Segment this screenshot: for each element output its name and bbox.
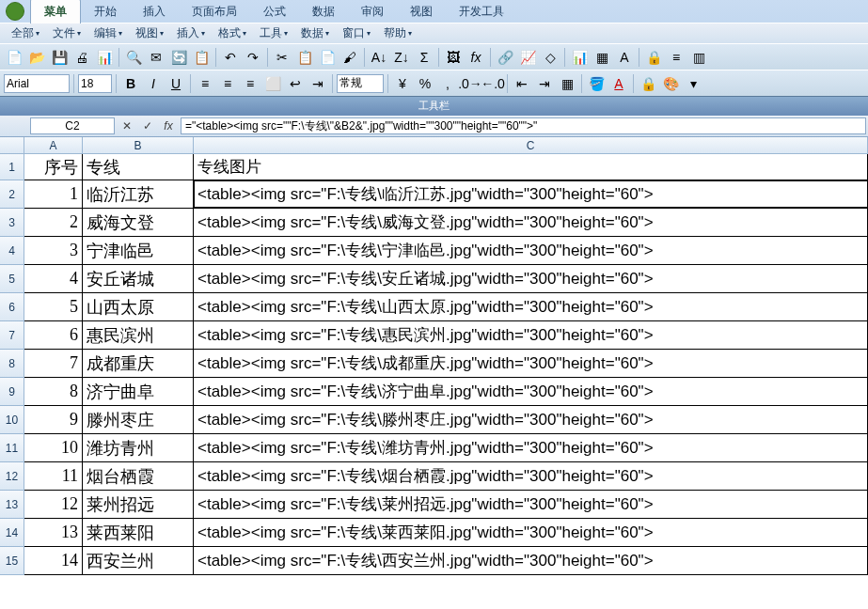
indent-icon[interactable]: ⇥: [308, 73, 328, 94]
cut-icon[interactable]: ✂: [272, 47, 292, 68]
bold-icon[interactable]: B: [120, 73, 141, 94]
cols-icon[interactable]: ▥: [688, 47, 709, 68]
inc-decimal-icon[interactable]: .0→: [460, 73, 481, 94]
chart-icon[interactable]: 📊: [569, 47, 590, 68]
align-right-icon[interactable]: ≡: [240, 73, 260, 94]
protect-icon[interactable]: 🔒: [643, 47, 664, 68]
cell[interactable]: 6: [24, 321, 83, 349]
cell[interactable]: 2: [24, 209, 83, 236]
row-header[interactable]: 15: [0, 547, 24, 575]
menu-edit[interactable]: 编辑▾: [88, 23, 128, 43]
row-header[interactable]: 3: [0, 209, 24, 237]
cell[interactable]: 烟台栖霞: [83, 462, 194, 490]
comma-icon[interactable]: ,: [437, 73, 458, 94]
indent-right-icon[interactable]: ⇥: [534, 73, 555, 94]
row-header[interactable]: 9: [0, 378, 24, 406]
rows-icon[interactable]: ≡: [666, 47, 687, 68]
menu-tools[interactable]: 工具▾: [254, 23, 293, 43]
cell[interactable]: 序号: [24, 154, 83, 180]
cell[interactable]: <table><img src="F:\专线\威海文登.jpg"width="3…: [194, 209, 868, 236]
cell[interactable]: 7: [24, 350, 83, 377]
cell[interactable]: <table><img src="F:\专线\西安兰州.jpg"width="3…: [194, 547, 868, 574]
cell[interactable]: <table><img src="F:\专线\成都重庆.jpg"width="3…: [194, 350, 868, 377]
save-icon[interactable]: 💾: [49, 47, 70, 68]
tab-view[interactable]: 视图: [397, 0, 446, 23]
tab-insert[interactable]: 插入: [130, 0, 179, 23]
row-header[interactable]: 13: [0, 491, 24, 519]
cell[interactable]: 8: [24, 378, 83, 405]
fx-button[interactable]: fx: [160, 117, 177, 134]
row-header[interactable]: 10: [0, 406, 24, 434]
print-icon[interactable]: 🖨: [71, 47, 92, 68]
select-all-corner[interactable]: [0, 137, 24, 153]
cell[interactable]: 成都重庆: [83, 350, 194, 377]
cell[interactable]: 10: [24, 434, 83, 461]
col-header-a[interactable]: A: [24, 137, 83, 153]
cell[interactable]: 11: [24, 462, 83, 490]
dec-decimal-icon[interactable]: ←.0: [482, 73, 503, 94]
row-header[interactable]: 8: [0, 350, 24, 378]
text-icon[interactable]: A: [614, 47, 635, 68]
cancel-icon[interactable]: ✕: [118, 117, 135, 134]
fx-icon[interactable]: fx: [466, 47, 486, 68]
row-header[interactable]: 5: [0, 265, 24, 293]
more-icon[interactable]: ▾: [683, 73, 703, 94]
row-header[interactable]: 12: [0, 462, 24, 491]
cell[interactable]: 5: [24, 293, 83, 320]
align-center-icon[interactable]: ≡: [217, 73, 238, 94]
export-icon[interactable]: 📊: [94, 47, 115, 68]
cell[interactable]: <table><img src="F:\专线\烟台栖霞.jpg"width="3…: [194, 462, 868, 490]
style-select[interactable]: [337, 74, 384, 93]
formula-input[interactable]: [181, 117, 866, 134]
underline-icon[interactable]: U: [166, 73, 186, 94]
row-header[interactable]: 2: [0, 180, 24, 209]
chart2-icon[interactable]: 📈: [517, 47, 538, 68]
sort-asc-icon[interactable]: A↓: [369, 47, 389, 68]
tab-formula[interactable]: 公式: [250, 0, 299, 23]
row-header[interactable]: 4: [0, 237, 24, 265]
wrap-icon[interactable]: ↩: [285, 73, 306, 94]
cell[interactable]: <table><img src="F:\专线\惠民滨州.jpg"width="3…: [194, 321, 868, 349]
menu-help[interactable]: 帮助▾: [378, 23, 418, 43]
align-left-icon[interactable]: ≡: [195, 73, 215, 94]
cell[interactable]: <table><img src="F:\专线\山西太原.jpg"width="3…: [194, 293, 868, 320]
cell[interactable]: 3: [24, 237, 83, 264]
lock-icon[interactable]: 🔒: [638, 73, 658, 94]
menu-window[interactable]: 窗口▾: [337, 23, 376, 43]
cell[interactable]: 专线图片: [194, 154, 868, 180]
indent-left-icon[interactable]: ⇤: [512, 73, 532, 94]
menu-insert[interactable]: 插入▾: [171, 23, 211, 43]
italic-icon[interactable]: I: [143, 73, 164, 94]
menu-all[interactable]: 全部▾: [6, 23, 45, 43]
name-box[interactable]: [30, 117, 115, 134]
currency-icon[interactable]: ¥: [392, 73, 413, 94]
cell[interactable]: <table><img src="F:\专线\滕州枣庄.jpg"width="3…: [194, 406, 868, 433]
cell[interactable]: 滕州枣庄: [83, 406, 194, 433]
menu-view[interactable]: 视图▾: [130, 23, 169, 43]
tab-data[interactable]: 数据: [299, 0, 348, 23]
cell[interactable]: 1: [24, 180, 83, 208]
paste-icon[interactable]: 📄: [317, 47, 338, 68]
fill-color-icon[interactable]: 🪣: [586, 73, 607, 94]
redo-icon[interactable]: ↷: [243, 47, 263, 68]
cell[interactable]: 莱西莱阳: [83, 519, 194, 546]
cell[interactable]: 宁津临邑: [83, 237, 194, 264]
undo-icon[interactable]: ↶: [220, 47, 241, 68]
new-icon[interactable]: 📄: [4, 47, 24, 68]
cell[interactable]: 9: [24, 406, 83, 433]
row-header[interactable]: 1: [0, 154, 24, 180]
merge-icon[interactable]: ⬜: [262, 73, 283, 94]
sum-icon[interactable]: Σ: [414, 47, 434, 68]
refresh-icon[interactable]: 🔄: [168, 47, 189, 68]
cell[interactable]: 14: [24, 547, 83, 574]
cell[interactable]: 威海文登: [83, 209, 194, 236]
col-header-b[interactable]: B: [83, 137, 194, 153]
preview-icon[interactable]: 🔍: [123, 47, 144, 68]
cell[interactable]: 临沂江苏: [83, 180, 194, 208]
cell[interactable]: <table><img src="F:\专线\潍坊青州.jpg"width="3…: [194, 434, 868, 461]
copy-icon[interactable]: 📋: [294, 47, 315, 68]
doc-icon[interactable]: 📋: [191, 47, 212, 68]
mail-icon[interactable]: ✉: [146, 47, 166, 68]
percent-icon[interactable]: %: [415, 73, 435, 94]
image-icon[interactable]: 🖼: [443, 47, 464, 68]
